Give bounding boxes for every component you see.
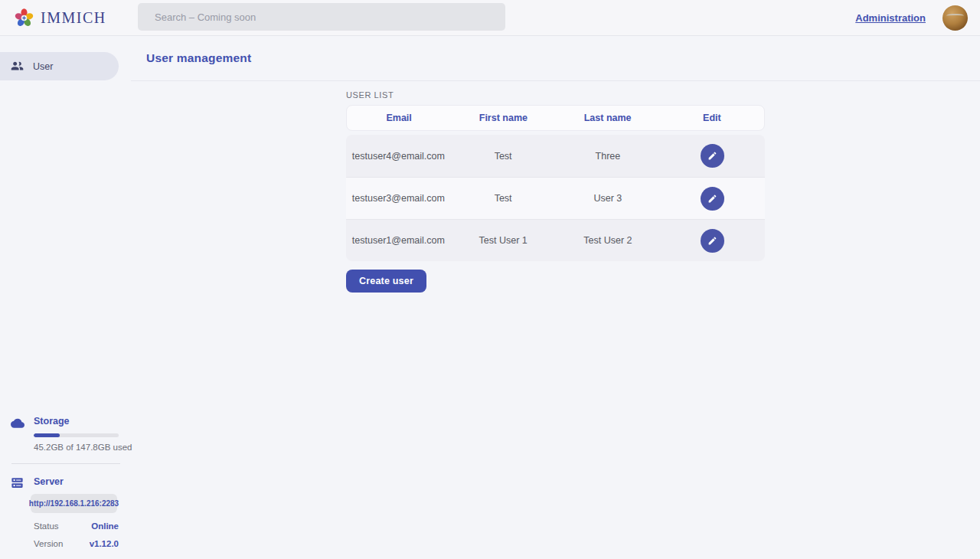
server-version-label: Version [34, 539, 63, 548]
edit-user-button[interactable] [701, 144, 724, 168]
administration-link[interactable]: Administration [855, 12, 926, 24]
pencil-icon [707, 194, 717, 204]
server-status-label: Status [34, 521, 59, 531]
storage-usage-text: 45.2GB of 147.8GB used [34, 443, 132, 452]
cell-email: testuser4@email.com [346, 151, 451, 162]
column-header-first-name: First name [451, 113, 555, 123]
edit-user-button[interactable] [701, 187, 724, 211]
table-body: testuser4@email.com Test Three te [346, 135, 765, 261]
storage-details: Storage 45.2GB of 147.8GB used [34, 417, 132, 452]
sidebar-divider [11, 463, 120, 464]
avatar-glasses-decoration [946, 14, 964, 19]
cell-last-name: User 3 [556, 193, 661, 204]
table-header-row: Email First name Last name Edit [346, 105, 765, 131]
server-status-row: Status Online [34, 521, 119, 531]
sidebar-status: Storage 45.2GB of 147.8GB used [0, 417, 131, 559]
cell-email: testuser1@email.com [346, 235, 451, 246]
user-avatar[interactable] [942, 5, 968, 31]
cell-first-name: Test User 1 [451, 235, 556, 246]
create-user-button[interactable]: Create user [346, 270, 426, 293]
server-details: Server http://192.168.1.216:2283 Status … [34, 476, 119, 548]
table-row: testuser3@email.com Test User 3 [346, 177, 765, 219]
cell-first-name: Test [451, 193, 556, 204]
server-url: http://192.168.1.216:2283 [29, 499, 119, 508]
immich-logo-icon [14, 8, 34, 28]
server-block: Server http://192.168.1.216:2283 Status … [0, 476, 131, 548]
server-status-value: Online [91, 521, 119, 531]
section-title: USER LIST [346, 90, 765, 100]
column-header-edit: Edit [660, 113, 764, 123]
cloud-icon [11, 417, 34, 430]
server-title: Server [34, 476, 119, 487]
server-version-row: Version v1.12.0 [34, 539, 119, 548]
server-version-value: v1.12.0 [90, 539, 119, 548]
topbar-right: Administration [855, 0, 968, 36]
server-url-badge: http://192.168.1.216:2283 [31, 494, 117, 513]
column-header-last-name: Last name [556, 113, 660, 123]
table-row: testuser4@email.com Test Three [346, 135, 765, 177]
storage-title: Storage [34, 416, 132, 427]
brand-name: IMMICH [41, 9, 106, 27]
page-title: User management [146, 51, 251, 65]
sidebar-item-user-label: User [33, 61, 53, 72]
search-placeholder: Search – Coming soon [155, 11, 256, 23]
content-area: USER LIST Email First name Last name Edi… [131, 81, 980, 559]
users-icon [11, 60, 24, 73]
user-list-panel: USER LIST Email First name Last name Edi… [346, 90, 765, 559]
cell-last-name: Three [556, 151, 661, 162]
search-input[interactable]: Search – Coming soon [138, 3, 505, 31]
main-header: User management [131, 36, 980, 81]
storage-progress-fill [34, 433, 60, 437]
main-content: User management USER LIST Email First na… [131, 36, 980, 559]
cell-first-name: Test [451, 151, 556, 162]
app-shell: User Storage 45.2GB of 147.8GB used [0, 36, 980, 559]
top-bar: IMMICH Search – Coming soon Administrati… [0, 0, 980, 36]
cell-email: testuser3@email.com [346, 193, 451, 204]
table-row: testuser1@email.com Test User 1 Test Use… [346, 219, 765, 261]
column-header-email: Email [347, 113, 451, 123]
storage-progress-bar [34, 433, 119, 437]
sidebar: User Storage 45.2GB of 147.8GB used [0, 36, 131, 559]
sidebar-item-user[interactable]: User [0, 52, 119, 80]
pencil-icon [707, 236, 717, 246]
server-icon [11, 476, 34, 491]
pencil-icon [707, 151, 717, 161]
edit-user-button[interactable] [701, 229, 724, 253]
brand[interactable]: IMMICH [0, 8, 138, 28]
sidebar-nav: User [0, 36, 131, 80]
cell-last-name: Test User 2 [556, 235, 661, 246]
storage-block: Storage 45.2GB of 147.8GB used [0, 417, 131, 452]
